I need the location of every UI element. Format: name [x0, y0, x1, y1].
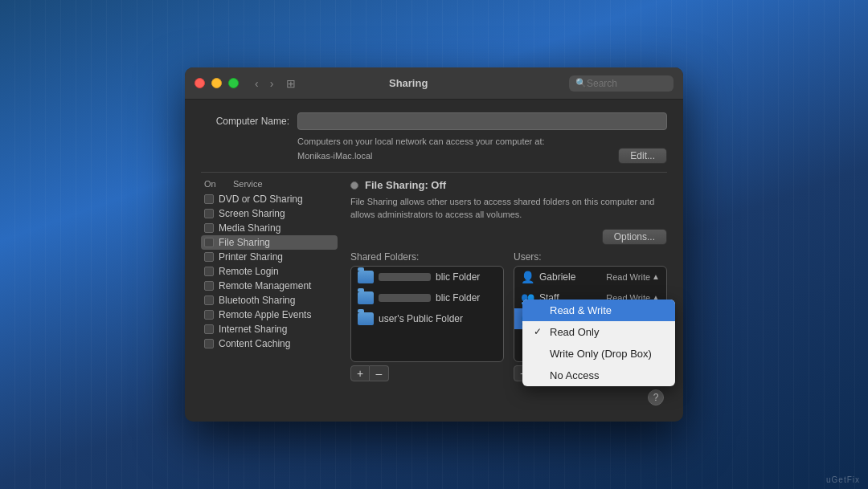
computer-name-local: Monikas-iMac.local Edit...: [297, 148, 667, 164]
sidebar-header-service: Service: [233, 179, 263, 189]
checkbox-remote-mgmt[interactable]: [204, 281, 214, 291]
folders-column: Shared Folders: blic Folder blic Folder: [350, 251, 504, 381]
close-button[interactable]: [194, 78, 205, 88]
search-wrap: 🔍: [569, 75, 674, 92]
sidebar-item-remote-mgmt[interactable]: Remote Management: [201, 279, 338, 293]
minimize-button[interactable]: [211, 78, 222, 88]
sidebar-item-label: Remote Management: [219, 280, 311, 291]
perm-chevron-icon: ▲: [652, 272, 660, 281]
dropdown-item-label: No Access: [550, 369, 599, 381]
add-folder-button[interactable]: +: [350, 365, 370, 381]
computer-name-label: Computer Name:: [201, 116, 289, 127]
checkbox-bluetooth[interactable]: [204, 295, 214, 305]
sidebar-item-label: Screen Sharing: [219, 208, 285, 219]
sidebar-item-label: Printer Sharing: [219, 251, 283, 263]
dropdown-item-read-write[interactable]: Read & Write: [522, 300, 675, 321]
folder-name: user's Public Folder: [379, 313, 463, 324]
list-item[interactable]: blic Folder: [351, 287, 503, 308]
dropdown-item-label: Write Only (Drop Box): [550, 348, 652, 360]
content-area: Computer Name: Computers on your local n…: [185, 100, 683, 422]
list-item[interactable]: user's Public Folder: [351, 308, 503, 329]
list-item[interactable]: blic Folder: [351, 267, 503, 287]
checkbox-remote-login[interactable]: [204, 267, 214, 276]
sidebar-item-label: DVD or CD Sharing: [219, 194, 303, 205]
sidebar-item-printer[interactable]: Printer Sharing: [201, 250, 338, 264]
sidebar-item-bluetooth[interactable]: Bluetooth Sharing: [201, 293, 338, 308]
sidebar: On Service DVD or CD Sharing Screen Shar…: [201, 179, 338, 409]
status-dot: [350, 181, 358, 189]
sidebar-item-content[interactable]: Content Caching: [201, 336, 338, 351]
checkbox-internet[interactable]: [204, 324, 214, 334]
checkbox-media[interactable]: [204, 223, 214, 233]
title-bar: ‹ › ⊞ Sharing 🔍: [185, 67, 683, 100]
local-address: Monikas-iMac.local: [297, 151, 373, 161]
checkbox-content[interactable]: [204, 339, 214, 348]
folder-name-suffix: blic Folder: [436, 271, 480, 283]
sidebar-item-remote-login[interactable]: Remote Login: [201, 264, 338, 279]
file-sharing-desc: File Sharing allows other users to acces…: [350, 196, 667, 221]
service-list: DVD or CD Sharing Screen Sharing Media S…: [201, 192, 338, 351]
checkbox-screen[interactable]: [204, 209, 214, 218]
folders-users-row: Shared Folders: blic Folder blic Folder: [350, 251, 667, 381]
sidebar-item-label: Bluetooth Sharing: [219, 295, 295, 306]
dropdown-item-write-only[interactable]: Write Only (Drop Box): [522, 343, 675, 365]
users-label: Users:: [514, 251, 667, 263]
right-panel: File Sharing: Off File Sharing allows ot…: [350, 179, 667, 409]
computer-name-input[interactable]: [297, 112, 667, 130]
sidebar-item-label: Content Caching: [219, 338, 290, 349]
user-icon: 👤: [521, 271, 534, 283]
computer-name-sub: Computers on your local network can acce…: [297, 137, 667, 146]
shared-folders-list: blic Folder blic Folder user's Public Fo…: [350, 266, 504, 362]
folder-name-suffix: blic Folder: [436, 292, 480, 304]
user-name: Gabriele: [539, 271, 575, 283]
window-title: Sharing: [254, 77, 563, 89]
folder-icon: [358, 271, 374, 283]
maximize-button[interactable]: [228, 78, 239, 88]
folder-name-blur: [379, 273, 431, 281]
user-permission: Read Write ▲: [606, 272, 660, 282]
sidebar-item-internet[interactable]: Internet Sharing: [201, 322, 338, 336]
dropdown-item-no-access[interactable]: No Access: [522, 365, 675, 386]
sidebar-item-remote-apple[interactable]: Remote Apple Events: [201, 308, 338, 322]
sidebar-item-label: Media Sharing: [219, 222, 280, 234]
perm-label: Read Write: [606, 272, 650, 282]
checkbox-printer[interactable]: [204, 252, 214, 262]
sidebar-item-dvd[interactable]: DVD or CD Sharing: [201, 192, 338, 206]
checkbox-remote-apple[interactable]: [204, 310, 214, 320]
folder-icon: [358, 312, 374, 325]
dropdown-item-label: Read Only: [550, 326, 599, 338]
checkbox-dvd[interactable]: [204, 194, 214, 204]
checkbox-file[interactable]: [204, 238, 214, 247]
dropdown-item-read-only[interactable]: ✓ Read Only: [522, 321, 675, 343]
options-button[interactable]: Options...: [602, 229, 667, 245]
computer-name-row: Computer Name:: [201, 112, 667, 130]
watermark: uGetFix: [826, 475, 860, 484]
user-left: 👤 Gabriele: [521, 271, 575, 283]
shared-folders-label: Shared Folders:: [350, 251, 504, 263]
folders-add-remove-bar: + –: [350, 365, 504, 381]
options-btn-row: Options...: [350, 229, 667, 245]
divider: [201, 172, 667, 173]
sidebar-item-media[interactable]: Media Sharing: [201, 221, 338, 235]
dropdown-item-label: Read & Write: [550, 304, 612, 316]
file-sharing-header: File Sharing: Off: [350, 179, 667, 191]
sidebar-header-on: On: [204, 179, 227, 189]
permission-dropdown: Read & Write ✓ Read Only Write Only (Dro…: [522, 300, 675, 386]
sidebar-item-label: Internet Sharing: [219, 324, 287, 335]
users-column: Users: 👤 Gabriele Read Write ▲: [514, 251, 667, 381]
sharing-window: ‹ › ⊞ Sharing 🔍 Computer Name: Computers…: [185, 67, 683, 422]
sidebar-item-file[interactable]: File Sharing: [201, 235, 338, 250]
sidebar-item-label: Remote Login: [219, 266, 279, 277]
user-item-gabriele[interactable]: 👤 Gabriele Read Write ▲: [514, 267, 666, 287]
search-icon: 🔍: [575, 78, 587, 88]
sidebar-item-screen[interactable]: Screen Sharing: [201, 206, 338, 221]
help-button[interactable]: ?: [648, 389, 664, 405]
file-sharing-title: File Sharing: Off: [365, 179, 446, 191]
folder-name-blur: [379, 294, 431, 302]
sidebar-header: On Service: [201, 179, 338, 189]
check-icon: ✓: [534, 326, 545, 337]
sidebar-item-label: File Sharing: [219, 237, 270, 248]
edit-button[interactable]: Edit...: [618, 148, 667, 164]
remove-folder-button[interactable]: –: [370, 365, 389, 381]
main-layout: On Service DVD or CD Sharing Screen Shar…: [201, 179, 667, 409]
